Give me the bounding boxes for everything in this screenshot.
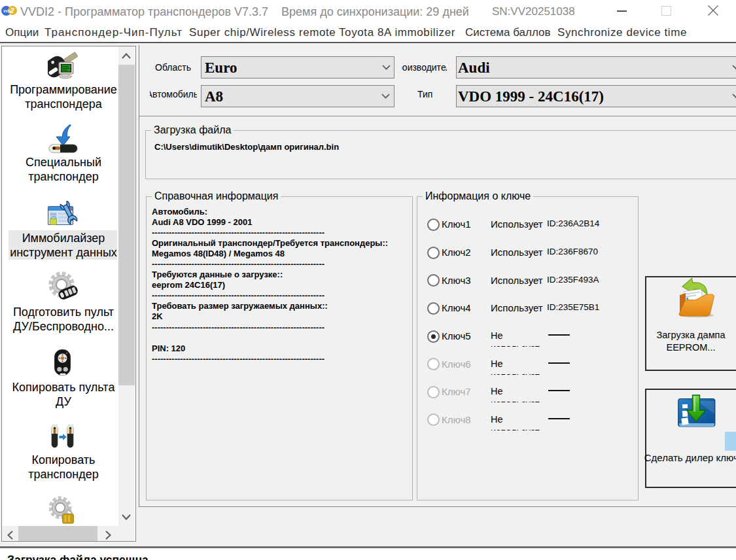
svg-text:2: 2 (10, 7, 14, 14)
